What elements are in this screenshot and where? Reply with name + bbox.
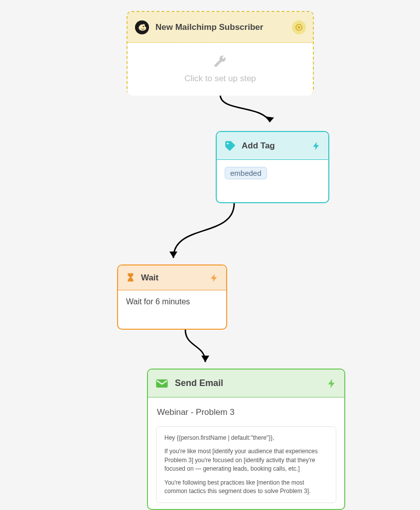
svg-point-3 <box>298 26 300 28</box>
connector-addtag-to-wait <box>169 203 249 268</box>
add-tag-title: Add Tag <box>242 141 275 151</box>
wait-body: Wait for 6 minutes <box>118 290 226 313</box>
wait-header: Wait <box>118 265 226 290</box>
tag-icon <box>224 139 237 152</box>
tag-value: embeded <box>225 167 267 179</box>
send-email-body: Webinar - Problem 3 Hey {{person.firstNa… <box>148 397 344 510</box>
send-email-title: Send Email <box>175 378 223 388</box>
trigger-header: New Mailchimp Subscriber <box>128 12 313 43</box>
workflow-canvas: New Mailchimp Subscriber Click to set up… <box>0 0 420 510</box>
lightning-icon <box>209 273 219 283</box>
trigger-node[interactable]: New Mailchimp Subscriber Click to set up… <box>127 11 314 95</box>
email-subject: Webinar - Problem 3 <box>157 407 335 417</box>
trigger-placeholder: Click to set up step <box>184 74 256 84</box>
add-tag-header: Add Tag <box>217 132 328 160</box>
trigger-target-icon <box>292 20 306 34</box>
wrench-icon <box>214 55 227 71</box>
add-tag-body: embeded <box>217 160 328 186</box>
send-email-node[interactable]: Send Email Webinar - Problem 3 Hey {{per… <box>147 369 345 510</box>
email-preview: Hey {{person.firstName | default:"there"… <box>156 426 336 503</box>
wait-description: Wait for 6 minutes <box>126 297 190 306</box>
email-body-line: If you're like most [identify your audie… <box>164 447 328 473</box>
trigger-body[interactable]: Click to set up step <box>128 43 313 96</box>
lightning-icon <box>326 378 337 389</box>
svg-point-4 <box>227 142 228 144</box>
hourglass-icon <box>125 272 136 283</box>
add-tag-node[interactable]: Add Tag embeded <box>216 131 329 203</box>
email-body-line: Hey {{person.firstName | default:"there"… <box>164 434 328 442</box>
mailchimp-icon <box>135 20 149 35</box>
connector-wait-to-sendemail <box>184 330 229 372</box>
wait-title: Wait <box>141 273 158 283</box>
trigger-title: New Mailchimp Subscriber <box>155 22 263 32</box>
lightning-icon <box>311 141 321 151</box>
wait-node[interactable]: Wait Wait for 6 minutes <box>117 264 227 330</box>
svg-point-1 <box>143 25 144 26</box>
email-body-line: You're following best practices like [me… <box>164 479 328 496</box>
send-email-header: Send Email <box>148 370 344 397</box>
connector-trigger-to-addtag <box>219 95 279 134</box>
envelope-icon <box>155 377 169 390</box>
